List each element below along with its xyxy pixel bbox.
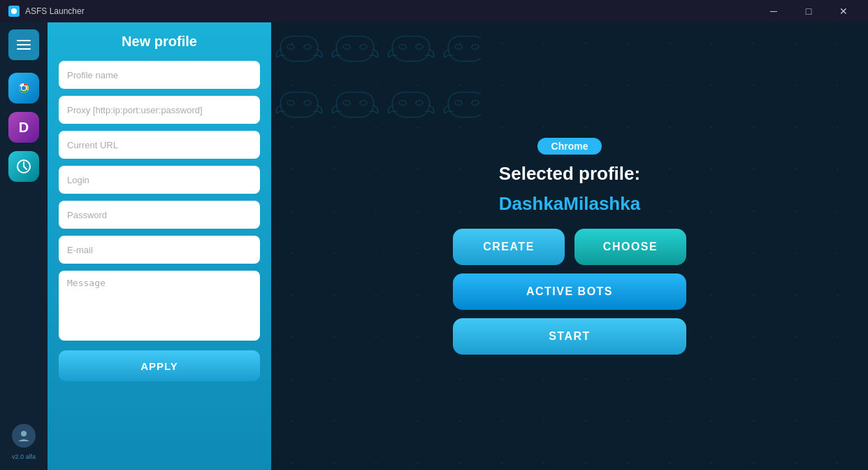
minimize-button[interactable]: ─ [758,0,790,22]
active-bots-button[interactable]: ACTIVE BOTS [453,273,686,310]
panel-title: New profile [59,34,260,50]
titlebar-controls: ─ □ ✕ [758,0,860,22]
avatar [12,424,36,448]
apply-button[interactable]: APPLY [59,350,260,381]
url-input[interactable] [59,131,260,159]
selected-profile-label: Selected profile: [499,163,640,185]
titlebar-title: ASFS Launcher [25,6,85,16]
main-container: D v2.0 alfa New profile APPLY [0,22,868,470]
svg-point-3 [22,86,26,90]
svg-point-0 [11,8,17,14]
maximize-button[interactable]: □ [793,0,825,22]
choose-button[interactable]: CHOOSE [574,229,686,265]
email-input[interactable] [59,236,260,264]
right-panel: Chrome Selected profile: DashkaMilashka … [271,22,868,470]
svg-point-5 [21,431,27,436]
action-row: CREATE CHOOSE [453,229,686,265]
message-input[interactable] [59,271,260,341]
sidebar-item-other[interactable] [8,151,39,182]
content-area: Chrome Selected profile: DashkaMilashka … [271,22,868,470]
proxy-input[interactable] [59,96,260,124]
sidebar-item-dash[interactable]: D [8,112,39,143]
app-icon [8,6,20,17]
profile-name-input[interactable] [59,61,260,89]
create-button[interactable]: CREATE [453,229,565,265]
hamburger-icon [17,40,31,50]
login-input[interactable] [59,166,260,194]
version-label: v2.0 alfa [12,453,36,460]
selected-profile-name: DashkaMilashka [499,193,640,215]
titlebar-left: ASFS Launcher [8,6,85,17]
start-button[interactable]: START [453,318,686,355]
menu-button[interactable] [8,29,39,60]
sidebar: D v2.0 alfa [0,22,48,470]
sidebar-item-chrome[interactable] [8,73,39,104]
browser-badge: Chrome [537,138,602,155]
left-panel: New profile APPLY [48,22,271,470]
close-button[interactable]: ✕ [827,0,860,22]
password-input[interactable] [59,201,260,229]
titlebar: ASFS Launcher ─ □ ✕ [0,0,868,22]
